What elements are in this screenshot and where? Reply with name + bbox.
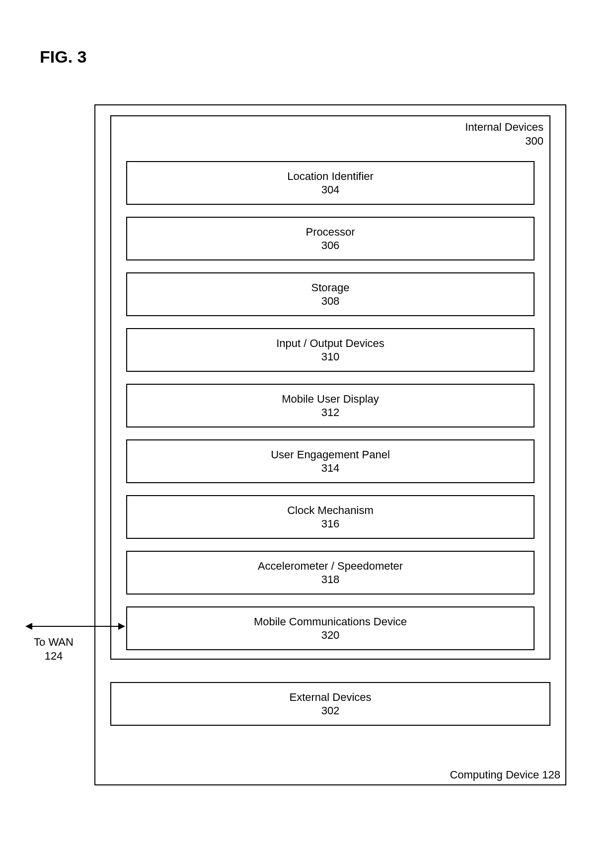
external-devices-ref: 302 <box>321 704 340 718</box>
component-name: Mobile Communications Device <box>254 615 407 629</box>
component-box: Location Identifier304 <box>126 161 535 205</box>
component-box: User Engagement Panel314 <box>126 439 535 483</box>
component-ref: 318 <box>321 573 340 587</box>
component-box: Mobile User Display312 <box>126 384 535 427</box>
internal-devices-box: Internal Devices 300 Location Identifier… <box>110 115 550 660</box>
arrow-head-right-icon <box>118 623 125 630</box>
component-box: Mobile Communications Device320 <box>126 606 535 650</box>
component-box: Storage308 <box>126 272 535 316</box>
component-ref: 306 <box>321 239 340 253</box>
component-box: Processor306 <box>126 217 535 260</box>
component-ref: 308 <box>321 294 340 308</box>
component-name: Mobile User Display <box>282 392 379 406</box>
arrow-line <box>30 626 120 627</box>
component-name: Storage <box>311 281 349 295</box>
component-box: Accelerometer / Speedometer318 <box>126 551 535 595</box>
arrow-head-left-icon <box>25 623 32 630</box>
internal-devices-ref: 300 <box>525 135 543 147</box>
internal-devices-title: Internal Devices 300 <box>465 120 543 148</box>
internal-devices-title-text: Internal Devices <box>465 121 543 133</box>
figure-label: FIG. 3 <box>40 47 86 67</box>
component-ref: 314 <box>321 461 340 475</box>
external-devices-box: External Devices 302 <box>110 682 550 726</box>
wan-label-ref: 124 <box>45 650 63 662</box>
computing-device-box: Internal Devices 300 Location Identifier… <box>94 104 566 785</box>
figure-page: FIG. 3 Internal Devices 300 Location Ide… <box>0 0 616 854</box>
component-name: Accelerometer / Speedometer <box>258 559 403 573</box>
component-ref: 320 <box>321 628 340 642</box>
component-name: Location Identifier <box>287 170 374 183</box>
wan-label: To WAN 124 <box>24 635 83 663</box>
wan-connection-arrow <box>25 616 125 636</box>
component-name: User Engagement Panel <box>271 448 390 462</box>
component-box: Clock Mechanism316 <box>126 495 535 539</box>
component-ref: 316 <box>321 517 340 531</box>
wan-label-text: To WAN <box>34 636 74 648</box>
component-name: Processor <box>306 225 355 239</box>
computing-device-label: Computing Device 128 <box>450 769 560 781</box>
component-name: Clock Mechanism <box>287 504 374 517</box>
component-ref: 310 <box>321 350 340 364</box>
external-devices-name: External Devices <box>289 690 371 704</box>
component-ref: 312 <box>321 406 340 420</box>
component-list: Location Identifier304Processor306Storag… <box>126 161 535 662</box>
component-ref: 304 <box>321 183 340 197</box>
component-box: Input / Output Devices310 <box>126 328 535 372</box>
component-name: Input / Output Devices <box>276 337 385 350</box>
